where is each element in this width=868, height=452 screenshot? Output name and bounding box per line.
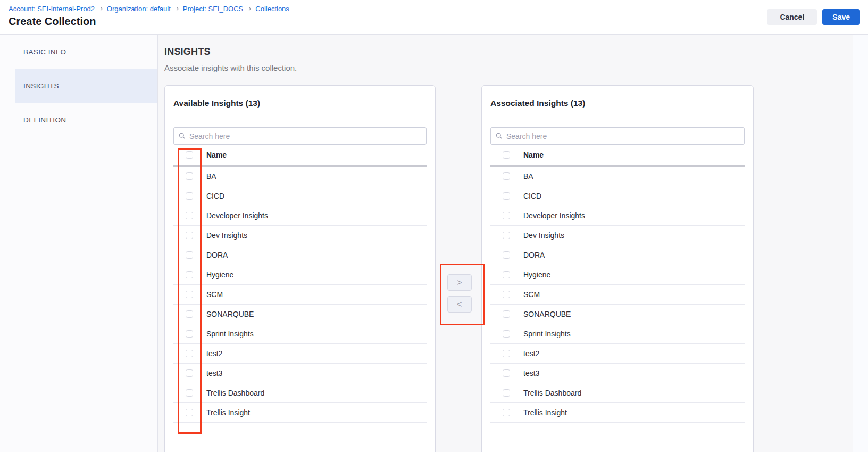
save-button[interactable]: Save — [822, 9, 860, 25]
available-table-header: Name — [173, 145, 427, 167]
breadcrumb-link[interactable]: Collections — [255, 5, 289, 13]
row-label: DORA — [523, 251, 545, 259]
associated-insights-panel: Associated Insights (13) Name BA CICD — [481, 85, 754, 452]
breadcrumb-item: Organization: default — [107, 5, 178, 13]
section-subheading: Associate insights with this collection. — [164, 63, 297, 72]
select-all-checkbox[interactable] — [503, 151, 510, 159]
row-label: CICD — [206, 192, 224, 200]
associated-panel-title: Associated Insights (13) — [490, 98, 745, 108]
row-label: Developer Insights — [206, 211, 268, 220]
row-label: CICD — [523, 192, 541, 200]
table-row: SONARQUBE — [173, 305, 427, 324]
row-label: Sprint Insights — [206, 330, 254, 338]
available-search-box — [173, 127, 427, 145]
table-row: Developer Insights — [490, 206, 745, 226]
row-label: Trellis Dashboard — [206, 389, 264, 397]
table-row: Sprint Insights — [490, 324, 745, 344]
row-checkbox[interactable] — [503, 330, 510, 338]
move-left-button[interactable]: < — [447, 296, 472, 313]
sidebar-item-basic-info[interactable]: BASIC INFO — [0, 35, 157, 69]
row-label: test3 — [523, 369, 539, 377]
row-checkbox[interactable] — [186, 232, 193, 239]
header-actions: Cancel Save — [767, 9, 860, 25]
chevron-right-icon — [99, 7, 103, 11]
associated-table-header: Name — [490, 145, 745, 167]
table-row: Sprint Insights — [173, 324, 427, 344]
row-checkbox[interactable] — [186, 330, 193, 338]
associated-rows: BA CICD Developer Insights Dev Insights — [490, 167, 745, 423]
row-checkbox[interactable] — [186, 192, 193, 200]
table-row: Hygiene — [173, 265, 427, 285]
row-label: SCM — [206, 290, 223, 299]
annotation-box-transfer-buttons — [440, 264, 485, 325]
row-checkbox[interactable] — [503, 192, 510, 200]
row-checkbox[interactable] — [186, 350, 193, 357]
row-checkbox[interactable] — [503, 310, 510, 318]
associated-insights-table: Name BA CICD Developer Insights — [490, 145, 745, 423]
breadcrumb-item: Collections — [255, 5, 289, 13]
row-checkbox[interactable] — [186, 212, 193, 219]
row-checkbox[interactable] — [186, 291, 193, 298]
cancel-button[interactable]: Cancel — [767, 9, 817, 25]
row-checkbox[interactable] — [186, 409, 193, 416]
row-label: Trellis Insight — [206, 408, 250, 417]
breadcrumb-link[interactable]: Project: SEI_DOCS — [183, 5, 243, 13]
table-row: CICD — [173, 186, 427, 206]
available-rows: BA CICD Developer Insights Dev Insights — [173, 167, 427, 423]
table-row: SONARQUBE — [490, 305, 745, 324]
row-label: Trellis Insight — [523, 408, 567, 417]
row-checkbox[interactable] — [186, 369, 193, 377]
table-row: Developer Insights — [173, 206, 427, 226]
row-label: Dev Insights — [523, 231, 564, 240]
row-checkbox[interactable] — [186, 310, 193, 318]
table-row: BA — [173, 167, 427, 186]
row-label: Hygiene — [523, 270, 550, 279]
row-checkbox[interactable] — [503, 172, 510, 180]
row-checkbox[interactable] — [503, 369, 510, 377]
row-checkbox[interactable] — [503, 291, 510, 298]
row-checkbox[interactable] — [503, 251, 510, 259]
available-insights-panel: Available Insights (13) Name BA CICD — [164, 85, 436, 452]
row-label: Trellis Dashboard — [523, 389, 581, 397]
breadcrumb-link[interactable]: Organization: default — [107, 5, 171, 13]
table-row: test2 — [173, 344, 427, 364]
section-heading: INSIGHTS — [164, 46, 211, 57]
row-checkbox[interactable] — [503, 271, 510, 278]
available-panel-title: Available Insights (13) — [173, 98, 427, 108]
table-row: DORA — [490, 245, 745, 265]
row-checkbox[interactable] — [186, 389, 193, 397]
row-checkbox[interactable] — [503, 389, 510, 397]
move-right-button[interactable]: > — [447, 274, 472, 291]
row-label: test2 — [206, 349, 222, 358]
row-label: test2 — [523, 349, 539, 358]
table-row: BA — [490, 167, 745, 186]
row-label: BA — [523, 172, 533, 180]
row-label: DORA — [206, 251, 228, 259]
associated-search-input[interactable] — [506, 132, 739, 141]
row-checkbox[interactable] — [503, 409, 510, 416]
available-search-input[interactable] — [189, 132, 421, 141]
row-checkbox[interactable] — [186, 271, 193, 278]
top-header: Account: SEI-Internal-Prod2 Organization… — [0, 0, 868, 35]
row-label: Hygiene — [206, 270, 233, 279]
table-row: Dev Insights — [173, 226, 427, 245]
page-title: Create Collection — [9, 15, 96, 28]
sidebar-item-definition[interactable]: DEFINITION — [0, 103, 157, 137]
table-row: Trellis Insight — [173, 403, 427, 423]
row-checkbox[interactable] — [186, 172, 193, 180]
row-checkbox[interactable] — [503, 232, 510, 239]
name-column-header: Name — [523, 151, 544, 159]
row-label: Sprint Insights — [523, 330, 571, 338]
breadcrumb-link[interactable]: Account: SEI-Internal-Prod2 — [9, 5, 95, 13]
select-all-checkbox[interactable] — [186, 151, 193, 159]
table-row: Dev Insights — [490, 226, 745, 245]
table-row: CICD — [490, 186, 745, 206]
table-row: Trellis Insight — [490, 403, 745, 423]
row-checkbox[interactable] — [503, 212, 510, 219]
sidebar-item-insights[interactable]: INSIGHTS — [15, 69, 157, 103]
row-checkbox[interactable] — [186, 251, 193, 259]
row-checkbox[interactable] — [503, 350, 510, 357]
table-row: Hygiene — [490, 265, 745, 285]
table-row: DORA — [173, 245, 427, 265]
row-label: SONARQUBE — [206, 310, 254, 318]
